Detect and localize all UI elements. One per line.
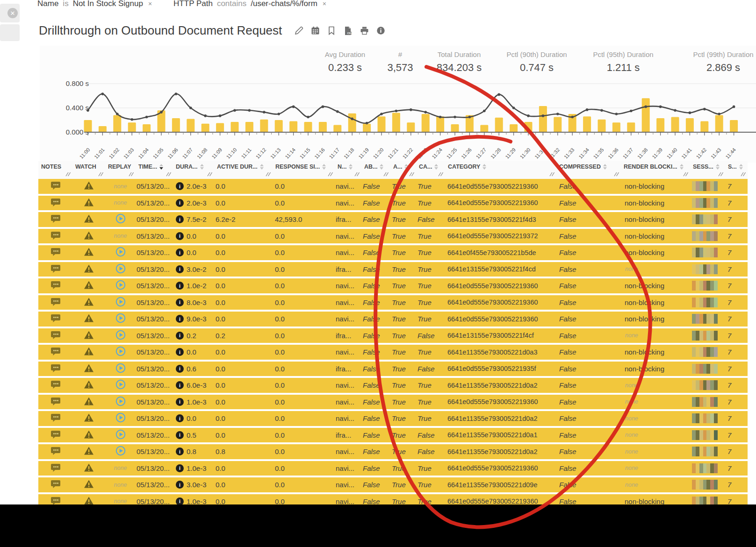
table-row[interactable]: 05/13/20...i0.60.00.0ifra...FalseTrueFal…	[38, 362, 748, 377]
chart-line-point[interactable]	[189, 107, 192, 109]
column-resize-grip[interactable]	[718, 170, 723, 178]
info-badge-icon[interactable]: i	[176, 448, 184, 455]
chart-bar[interactable]	[84, 120, 92, 132]
column-header-ab[interactable]: AB...	[364, 163, 383, 170]
chart-line-point[interactable]	[468, 116, 471, 119]
table-row[interactable]: none05/13/20...i1.0e-30.00.0navi...False…	[38, 461, 748, 476]
info-badge-icon[interactable]: i	[176, 232, 184, 240]
chart-line-point[interactable]	[571, 116, 574, 119]
chart-bar[interactable]	[333, 125, 341, 132]
side-panel-tab-blank[interactable]	[0, 24, 20, 41]
info-badge-icon[interactable]: i	[176, 348, 184, 356]
chart-line-point[interactable]	[483, 110, 486, 113]
column-resize-grip[interactable]	[98, 170, 103, 178]
chart-line-point[interactable]	[527, 114, 530, 117]
column-header-compressed[interactable]: COMPRESSED	[559, 163, 607, 170]
column-resize-grip[interactable]	[166, 170, 171, 178]
note-icon[interactable]	[50, 214, 61, 225]
note-icon[interactable]	[50, 247, 61, 258]
chart-bar[interactable]	[363, 124, 371, 132]
warning-icon[interactable]	[84, 397, 94, 407]
info-badge-icon[interactable]: i	[176, 282, 184, 290]
note-icon[interactable]	[50, 430, 61, 440]
info-badge-icon[interactable]: i	[176, 481, 184, 489]
note-icon[interactable]	[50, 181, 61, 192]
calendar-icon[interactable]	[310, 26, 320, 36]
session-timeline-strip[interactable]	[692, 347, 718, 357]
table-row[interactable]: 05/13/20...i0.80.80.0navi...FalseTrueFal…	[38, 444, 748, 459]
chart-bar[interactable]	[172, 118, 180, 132]
sort-arrows-icon[interactable]	[404, 164, 408, 170]
column-resize-grip[interactable]	[438, 170, 443, 178]
chart-line-point[interactable]	[175, 92, 178, 95]
session-timeline-strip[interactable]	[692, 447, 718, 456]
session-timeline-strip[interactable]	[692, 264, 718, 274]
column-header-n[interactable]: N...	[338, 163, 353, 170]
table-row[interactable]: 05/13/20...i8.0e-30.00.0navi...FalseTrue…	[38, 295, 748, 310]
table-row[interactable]: 05/13/20...i1.0e-20.00.0navi...FalseTrue…	[38, 278, 748, 293]
column-resize-grip[interactable]	[683, 170, 688, 178]
note-icon[interactable]	[50, 231, 61, 242]
chart-line-point[interactable]	[424, 111, 427, 114]
chart-line-point[interactable]	[277, 113, 280, 115]
replay-play-icon[interactable]	[115, 379, 126, 391]
column-header-active-dur[interactable]: ACTIVE DUR...	[217, 163, 264, 170]
info-icon[interactable]	[376, 26, 385, 36]
replay-play-icon[interactable]	[115, 247, 126, 258]
chart-line-point[interactable]	[366, 122, 368, 125]
column-header-sess[interactable]: SESS...	[693, 163, 720, 170]
warning-icon[interactable]	[84, 380, 94, 391]
table-row[interactable]: 05/13/20...i0.00.00.0navi...FalseTrueTru…	[38, 345, 748, 360]
replay-play-icon[interactable]	[115, 280, 126, 291]
note-icon[interactable]	[50, 264, 61, 275]
chart-line-point[interactable]	[248, 109, 251, 112]
chart-line-point[interactable]	[336, 110, 339, 113]
session-timeline-strip[interactable]	[692, 480, 718, 490]
info-badge-icon[interactable]: i	[176, 265, 184, 273]
chart-line-point[interactable]	[380, 113, 383, 115]
replay-play-icon[interactable]	[115, 429, 126, 441]
sort-arrows-icon[interactable]	[482, 164, 486, 170]
column-header-ca[interactable]: CA...	[419, 163, 438, 170]
chart-bar[interactable]	[642, 98, 650, 132]
sort-arrows-icon[interactable]	[322, 164, 326, 170]
chart-bar[interactable]	[289, 121, 297, 132]
chart-line-point[interactable]	[292, 106, 295, 108]
session-timeline-strip[interactable]	[692, 298, 718, 307]
filter-name[interactable]: Name is Not In Stock Signup ×	[37, 0, 152, 8]
warning-icon[interactable]	[84, 347, 94, 357]
chart-bar[interactable]	[348, 114, 356, 132]
warning-icon[interactable]	[84, 264, 94, 275]
table-row[interactable]: 05/13/20...i9.0e-30.00.0navi...FalseTrue…	[38, 312, 748, 327]
warning-icon[interactable]	[84, 198, 94, 208]
note-icon[interactable]	[50, 297, 61, 308]
chart-line-point[interactable]	[322, 106, 324, 108]
replay-play-icon[interactable]	[115, 346, 126, 358]
sort-arrows-icon[interactable]	[159, 164, 163, 170]
warning-icon[interactable]	[84, 430, 94, 440]
warning-icon[interactable]	[84, 446, 94, 457]
bookmark-icon[interactable]	[327, 26, 336, 36]
column-header-dura[interactable]: DURA...	[176, 163, 204, 170]
note-icon[interactable]	[50, 397, 61, 407]
warning-icon[interactable]	[84, 330, 94, 341]
info-badge-icon[interactable]: i	[176, 398, 184, 406]
chart-line-point[interactable]	[615, 113, 618, 115]
table-row[interactable]: 05/13/20...i0.00.00.0navi...FalseTrueTru…	[38, 245, 748, 260]
column-resize-grip[interactable]	[354, 170, 360, 178]
replay-play-icon[interactable]	[115, 313, 126, 325]
chart-bar[interactable]	[143, 124, 151, 132]
chart-line-point[interactable]	[630, 110, 633, 113]
info-badge-icon[interactable]: i	[176, 298, 184, 306]
session-timeline-strip[interactable]	[692, 463, 718, 473]
warning-icon[interactable]	[84, 181, 94, 192]
chart-bar[interactable]	[554, 117, 562, 133]
replay-play-icon[interactable]	[115, 412, 126, 424]
note-icon[interactable]	[50, 413, 61, 424]
session-timeline-strip[interactable]	[692, 380, 718, 390]
info-badge-icon[interactable]: i	[176, 365, 184, 373]
table-row[interactable]: 05/13/20...i0.50.00.0ifra...FalseTrueFal…	[38, 428, 748, 443]
replay-play-icon[interactable]	[115, 446, 126, 457]
chart-bar[interactable]	[319, 122, 327, 132]
chart-line-point[interactable]	[556, 113, 559, 115]
